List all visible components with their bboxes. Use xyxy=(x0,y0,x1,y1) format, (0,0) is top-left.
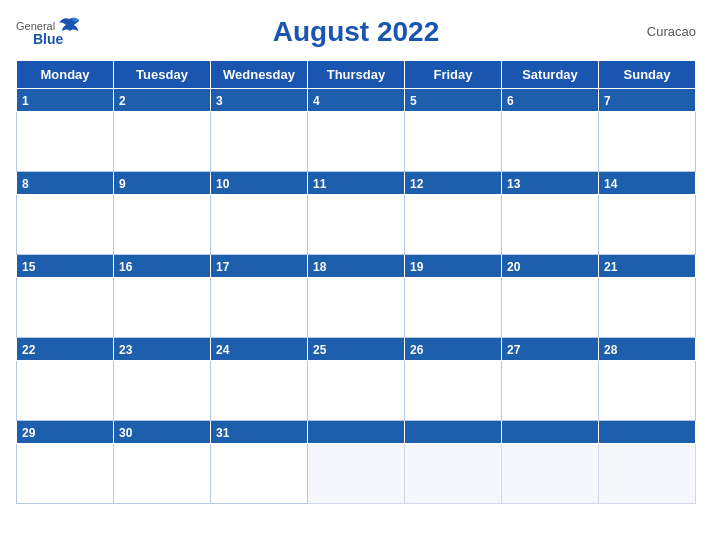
weekday-saturday: Saturday xyxy=(502,61,599,89)
weekday-header-row: Monday Tuesday Wednesday Thursday Friday… xyxy=(17,61,696,89)
date-num-cell-8: 8 xyxy=(17,172,114,195)
date-content-cell-17 xyxy=(211,278,308,338)
date-content-cell-14 xyxy=(599,195,696,255)
date-content-cell-2 xyxy=(114,112,211,172)
logo-area: General Blue xyxy=(16,17,80,47)
date-number-27: 27 xyxy=(507,343,520,357)
weekday-tuesday: Tuesday xyxy=(114,61,211,89)
date-number-15: 15 xyxy=(22,260,35,274)
date-content-cell-6 xyxy=(502,112,599,172)
date-number-29: 29 xyxy=(22,426,35,440)
date-num-cell-12: 12 xyxy=(405,172,502,195)
date-num-cell-9: 9 xyxy=(114,172,211,195)
date-number-6: 6 xyxy=(507,94,514,108)
date-num-cell-25: 25 xyxy=(308,338,405,361)
date-content-cell-26 xyxy=(405,361,502,421)
date-content-cell-19 xyxy=(405,278,502,338)
date-num-cell-21: 21 xyxy=(599,255,696,278)
date-num-cell-14: 14 xyxy=(599,172,696,195)
date-num-cell-1: 1 xyxy=(17,89,114,112)
calendar-table: Monday Tuesday Wednesday Thursday Friday… xyxy=(16,60,696,504)
date-num-cell-7: 7 xyxy=(599,89,696,112)
weekday-friday: Friday xyxy=(405,61,502,89)
date-num-cell-27: 27 xyxy=(502,338,599,361)
date-number-13: 13 xyxy=(507,177,520,191)
date-num-cell-13: 13 xyxy=(502,172,599,195)
date-number-20: 20 xyxy=(507,260,520,274)
date-number-16: 16 xyxy=(119,260,132,274)
date-content-cell-1 xyxy=(17,112,114,172)
date-content-cell-11 xyxy=(308,195,405,255)
week-1-content-row xyxy=(17,112,696,172)
date-num-cell-5: 5 xyxy=(405,89,502,112)
date-content-cell-29 xyxy=(17,444,114,504)
date-number-10: 10 xyxy=(216,177,229,191)
date-content-cell-16 xyxy=(114,278,211,338)
date-content-cell-15 xyxy=(17,278,114,338)
date-content-cell-empty xyxy=(308,444,405,504)
date-number-18: 18 xyxy=(313,260,326,274)
date-content-cell-4 xyxy=(308,112,405,172)
calendar-header: General Blue August 2022 Curacao xyxy=(16,10,696,52)
date-content-cell-empty xyxy=(502,444,599,504)
calendar-container: General Blue August 2022 Curacao Monday … xyxy=(0,0,712,550)
date-num-cell-20: 20 xyxy=(502,255,599,278)
date-number-25: 25 xyxy=(313,343,326,357)
date-num-cell-4: 4 xyxy=(308,89,405,112)
date-num-cell-3: 3 xyxy=(211,89,308,112)
date-number-30: 30 xyxy=(119,426,132,440)
date-num-cell-2: 2 xyxy=(114,89,211,112)
date-number-21: 21 xyxy=(604,260,617,274)
date-number-9: 9 xyxy=(119,177,126,191)
date-content-cell-25 xyxy=(308,361,405,421)
date-number-24: 24 xyxy=(216,343,229,357)
date-content-cell-3 xyxy=(211,112,308,172)
date-num-cell-10: 10 xyxy=(211,172,308,195)
date-content-cell-20 xyxy=(502,278,599,338)
date-num-cell-28: 28 xyxy=(599,338,696,361)
date-number-8: 8 xyxy=(22,177,29,191)
date-content-cell-31 xyxy=(211,444,308,504)
date-number-14: 14 xyxy=(604,177,617,191)
date-number-12: 12 xyxy=(410,177,423,191)
date-number-17: 17 xyxy=(216,260,229,274)
date-content-cell-21 xyxy=(599,278,696,338)
date-number-19: 19 xyxy=(410,260,423,274)
date-content-cell-12 xyxy=(405,195,502,255)
weekday-sunday: Sunday xyxy=(599,61,696,89)
date-num-cell-19: 19 xyxy=(405,255,502,278)
date-content-cell-23 xyxy=(114,361,211,421)
date-content-cell-8 xyxy=(17,195,114,255)
date-number-28: 28 xyxy=(604,343,617,357)
country-label: Curacao xyxy=(647,24,696,39)
weekday-wednesday: Wednesday xyxy=(211,61,308,89)
date-number-1: 1 xyxy=(22,94,29,108)
date-num-cell-16: 16 xyxy=(114,255,211,278)
date-content-cell-empty xyxy=(405,444,502,504)
week-2-content-row xyxy=(17,195,696,255)
date-content-cell-5 xyxy=(405,112,502,172)
date-content-cell-9 xyxy=(114,195,211,255)
week-3-content-row xyxy=(17,278,696,338)
date-number-7: 7 xyxy=(604,94,611,108)
week-3-num-row: 15161718192021 xyxy=(17,255,696,278)
calendar-title: August 2022 xyxy=(273,16,440,48)
date-num-cell-empty xyxy=(599,421,696,444)
date-num-cell-26: 26 xyxy=(405,338,502,361)
date-num-cell-31: 31 xyxy=(211,421,308,444)
week-5-num-row: 293031 xyxy=(17,421,696,444)
date-num-cell-29: 29 xyxy=(17,421,114,444)
date-content-cell-10 xyxy=(211,195,308,255)
date-content-cell-28 xyxy=(599,361,696,421)
week-5-content-row xyxy=(17,444,696,504)
logo-blue-text: Blue xyxy=(33,31,63,47)
weekday-monday: Monday xyxy=(17,61,114,89)
date-num-cell-empty xyxy=(308,421,405,444)
date-num-cell-30: 30 xyxy=(114,421,211,444)
date-number-11: 11 xyxy=(313,177,326,191)
date-content-cell-18 xyxy=(308,278,405,338)
date-content-cell-7 xyxy=(599,112,696,172)
date-num-cell-11: 11 xyxy=(308,172,405,195)
date-number-5: 5 xyxy=(410,94,417,108)
week-4-content-row xyxy=(17,361,696,421)
